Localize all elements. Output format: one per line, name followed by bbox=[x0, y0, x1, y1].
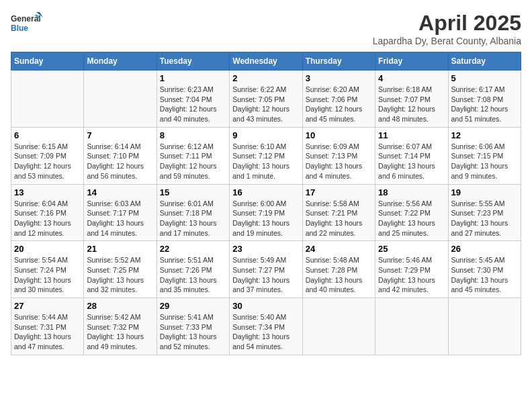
day-info: Sunrise: 6:07 AMSunset: 7:14 PMDaylight:… bbox=[378, 142, 445, 181]
calendar-cell: 8Sunrise: 6:12 AMSunset: 7:11 PMDaylight… bbox=[157, 127, 229, 184]
day-info: Sunrise: 6:00 AMSunset: 7:19 PMDaylight:… bbox=[232, 199, 299, 238]
day-number: 17 bbox=[306, 187, 372, 197]
day-number: 19 bbox=[451, 187, 518, 197]
day-number: 4 bbox=[378, 73, 445, 83]
calendar-cell: 5Sunrise: 6:17 AMSunset: 7:08 PMDaylight… bbox=[448, 71, 521, 128]
calendar-week-row: 20Sunrise: 5:54 AMSunset: 7:24 PMDayligh… bbox=[11, 241, 521, 298]
calendar-header-row: SundayMondayTuesdayWednesdayThursdayFrid… bbox=[11, 52, 521, 71]
day-number: 25 bbox=[378, 244, 445, 254]
day-number: 3 bbox=[306, 73, 372, 83]
month-title: April 2025 bbox=[373, 11, 521, 36]
day-info: Sunrise: 5:54 AMSunset: 7:24 PMDaylight:… bbox=[14, 255, 81, 295]
calendar-cell: 28Sunrise: 5:42 AMSunset: 7:32 PMDayligh… bbox=[84, 298, 157, 355]
title-block: April 2025 Lapardha Dy, Berat County, Al… bbox=[373, 11, 521, 46]
day-number: 28 bbox=[87, 301, 153, 311]
location-title: Lapardha Dy, Berat County, Albania bbox=[373, 36, 521, 46]
calendar-cell: 24Sunrise: 5:48 AMSunset: 7:28 PMDayligh… bbox=[302, 241, 375, 298]
calendar-weekday-header: Sunday bbox=[11, 52, 84, 71]
day-number: 8 bbox=[160, 130, 226, 140]
day-number: 20 bbox=[14, 244, 81, 254]
calendar-cell: 1Sunrise: 6:23 AMSunset: 7:04 PMDaylight… bbox=[157, 71, 229, 128]
calendar-cell: 2Sunrise: 6:22 AMSunset: 7:05 PMDaylight… bbox=[230, 71, 302, 128]
calendar-cell: 18Sunrise: 5:56 AMSunset: 7:22 PMDayligh… bbox=[375, 184, 448, 241]
day-info: Sunrise: 6:01 AMSunset: 7:18 PMDaylight:… bbox=[160, 199, 226, 238]
day-info: Sunrise: 6:06 AMSunset: 7:15 PMDaylight:… bbox=[451, 142, 518, 181]
page-header: General Blue April 2025 Lapardha Dy, Ber… bbox=[11, 11, 521, 46]
calendar-cell: 23Sunrise: 5:49 AMSunset: 7:27 PMDayligh… bbox=[230, 241, 302, 298]
calendar-weekday-header: Friday bbox=[375, 52, 448, 71]
day-number: 16 bbox=[232, 187, 299, 197]
day-number: 22 bbox=[160, 244, 226, 254]
day-info: Sunrise: 6:20 AMSunset: 7:06 PMDaylight:… bbox=[306, 85, 372, 124]
calendar-cell: 3Sunrise: 6:20 AMSunset: 7:06 PMDaylight… bbox=[302, 71, 375, 128]
calendar-weekday-header: Monday bbox=[84, 52, 157, 71]
day-info: Sunrise: 5:55 AMSunset: 7:23 PMDaylight:… bbox=[451, 199, 518, 238]
day-info: Sunrise: 5:44 AMSunset: 7:31 PMDaylight:… bbox=[14, 312, 81, 352]
day-number: 30 bbox=[232, 301, 299, 311]
day-number: 29 bbox=[160, 301, 226, 311]
logo: General Blue bbox=[11, 11, 44, 39]
calendar-weekday-header: Tuesday bbox=[157, 52, 229, 71]
day-info: Sunrise: 6:12 AMSunset: 7:11 PMDaylight:… bbox=[160, 142, 226, 181]
day-number: 23 bbox=[232, 244, 299, 254]
day-info: Sunrise: 5:58 AMSunset: 7:21 PMDaylight:… bbox=[306, 199, 372, 238]
svg-text:Blue: Blue bbox=[11, 24, 28, 33]
day-info: Sunrise: 6:23 AMSunset: 7:04 PMDaylight:… bbox=[160, 85, 226, 124]
day-number: 24 bbox=[306, 244, 372, 254]
day-info: Sunrise: 6:14 AMSunset: 7:10 PMDaylight:… bbox=[87, 142, 153, 181]
day-number: 5 bbox=[451, 73, 518, 83]
day-info: Sunrise: 5:49 AMSunset: 7:27 PMDaylight:… bbox=[232, 255, 299, 295]
calendar-cell bbox=[84, 71, 157, 128]
calendar-week-row: 6Sunrise: 6:15 AMSunset: 7:09 PMDaylight… bbox=[11, 127, 521, 184]
calendar-cell: 29Sunrise: 5:41 AMSunset: 7:33 PMDayligh… bbox=[157, 298, 229, 355]
day-info: Sunrise: 5:41 AMSunset: 7:33 PMDaylight:… bbox=[160, 312, 226, 352]
calendar-cell: 30Sunrise: 5:40 AMSunset: 7:34 PMDayligh… bbox=[230, 298, 302, 355]
day-number: 2 bbox=[232, 73, 299, 83]
calendar-cell: 25Sunrise: 5:46 AMSunset: 7:29 PMDayligh… bbox=[375, 241, 448, 298]
calendar-cell bbox=[375, 298, 448, 355]
day-info: Sunrise: 5:40 AMSunset: 7:34 PMDaylight:… bbox=[232, 312, 299, 352]
calendar-weekday-header: Thursday bbox=[302, 52, 375, 71]
day-number: 7 bbox=[87, 130, 153, 140]
day-info: Sunrise: 6:10 AMSunset: 7:12 PMDaylight:… bbox=[232, 142, 299, 181]
day-info: Sunrise: 6:22 AMSunset: 7:05 PMDaylight:… bbox=[232, 85, 299, 124]
day-info: Sunrise: 5:42 AMSunset: 7:32 PMDaylight:… bbox=[87, 312, 153, 352]
day-number: 21 bbox=[87, 244, 153, 254]
day-info: Sunrise: 5:51 AMSunset: 7:26 PMDaylight:… bbox=[160, 255, 226, 295]
calendar-cell: 11Sunrise: 6:07 AMSunset: 7:14 PMDayligh… bbox=[375, 127, 448, 184]
calendar-week-row: 27Sunrise: 5:44 AMSunset: 7:31 PMDayligh… bbox=[11, 298, 521, 355]
calendar-cell bbox=[11, 71, 84, 128]
calendar-cell: 19Sunrise: 5:55 AMSunset: 7:23 PMDayligh… bbox=[448, 184, 521, 241]
calendar-cell bbox=[302, 298, 375, 355]
day-info: Sunrise: 6:17 AMSunset: 7:08 PMDaylight:… bbox=[451, 85, 518, 124]
calendar-weekday-header: Wednesday bbox=[230, 52, 302, 71]
day-number: 26 bbox=[451, 244, 518, 254]
logo-svg: General Blue bbox=[11, 11, 44, 39]
day-number: 11 bbox=[378, 130, 445, 140]
calendar-week-row: 1Sunrise: 6:23 AMSunset: 7:04 PMDaylight… bbox=[11, 71, 521, 128]
calendar-cell: 22Sunrise: 5:51 AMSunset: 7:26 PMDayligh… bbox=[157, 241, 229, 298]
day-number: 12 bbox=[451, 130, 518, 140]
day-info: Sunrise: 5:46 AMSunset: 7:29 PMDaylight:… bbox=[378, 255, 445, 295]
calendar-cell: 27Sunrise: 5:44 AMSunset: 7:31 PMDayligh… bbox=[11, 298, 84, 355]
calendar-cell: 7Sunrise: 6:14 AMSunset: 7:10 PMDaylight… bbox=[84, 127, 157, 184]
calendar-cell: 4Sunrise: 6:18 AMSunset: 7:07 PMDaylight… bbox=[375, 71, 448, 128]
day-info: Sunrise: 6:03 AMSunset: 7:17 PMDaylight:… bbox=[87, 199, 153, 238]
calendar-cell: 13Sunrise: 6:04 AMSunset: 7:16 PMDayligh… bbox=[11, 184, 84, 241]
calendar-cell: 6Sunrise: 6:15 AMSunset: 7:09 PMDaylight… bbox=[11, 127, 84, 184]
calendar-cell: 20Sunrise: 5:54 AMSunset: 7:24 PMDayligh… bbox=[11, 241, 84, 298]
calendar-cell: 12Sunrise: 6:06 AMSunset: 7:15 PMDayligh… bbox=[448, 127, 521, 184]
day-number: 15 bbox=[160, 187, 226, 197]
day-info: Sunrise: 5:45 AMSunset: 7:30 PMDaylight:… bbox=[451, 255, 518, 295]
day-info: Sunrise: 5:56 AMSunset: 7:22 PMDaylight:… bbox=[378, 199, 445, 238]
day-info: Sunrise: 6:15 AMSunset: 7:09 PMDaylight:… bbox=[14, 142, 81, 181]
calendar-weekday-header: Saturday bbox=[448, 52, 521, 71]
calendar-cell bbox=[448, 298, 521, 355]
day-number: 18 bbox=[378, 187, 445, 197]
day-number: 14 bbox=[87, 187, 153, 197]
day-number: 13 bbox=[14, 187, 81, 197]
calendar-cell: 15Sunrise: 6:01 AMSunset: 7:18 PMDayligh… bbox=[157, 184, 229, 241]
calendar-cell: 14Sunrise: 6:03 AMSunset: 7:17 PMDayligh… bbox=[84, 184, 157, 241]
day-number: 6 bbox=[14, 130, 81, 140]
calendar-table: SundayMondayTuesdayWednesdayThursdayFrid… bbox=[11, 52, 521, 355]
